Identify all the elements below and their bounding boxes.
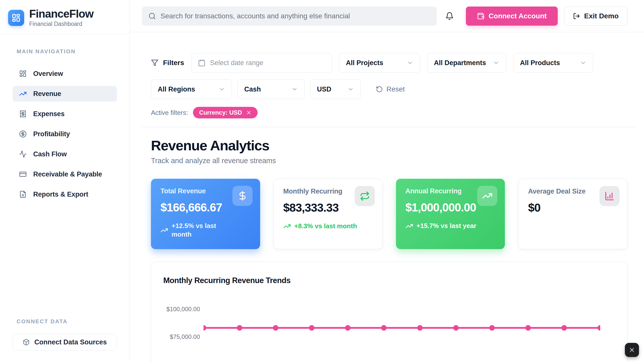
stat-card-total-revenue: Total Revenue $166,666.67 +12.5% vs last… [151, 179, 260, 249]
sidebar-item-profitability[interactable]: Profitability [13, 126, 117, 142]
sidebar-item-label: Overview [33, 70, 63, 78]
trending-up-icon [19, 90, 27, 98]
filters-title-block: Filters [151, 59, 184, 67]
app-logo [8, 10, 24, 26]
sidebar: FinanceFlow Financial Dashboard MAIN NAV… [0, 0, 130, 362]
date-range-input[interactable] [210, 59, 325, 67]
line-data-point[interactable] [561, 325, 567, 331]
page-content: Filters All Projects All Departments [130, 32, 644, 362]
page-title: Revenue Analytics [151, 137, 627, 154]
products-select[interactable]: All Products [513, 53, 593, 73]
global-search [142, 7, 437, 26]
filters-row-2: All Regions Cash USD [151, 79, 627, 99]
notifications-button[interactable] [443, 10, 456, 22]
activity-icon [19, 150, 27, 158]
line-data-point[interactable] [309, 325, 314, 331]
sidebar-item-label: Receivable & Payable [33, 170, 102, 178]
sidebar-item-revenue[interactable]: Revenue [13, 86, 117, 102]
currency-select-value: USD [317, 85, 331, 93]
stat-cards-row: Total Revenue $166,666.67 +12.5% vs last… [151, 179, 627, 249]
reset-label: Reset [386, 85, 405, 93]
connect-account-button[interactable]: Connect Account [466, 7, 558, 26]
line-data-point[interactable] [273, 325, 278, 331]
trending-up-icon [482, 191, 493, 201]
exit-demo-button[interactable]: Exit Demo [564, 7, 627, 26]
connect-data-sources-label: Connect Data Sources [34, 338, 107, 346]
reset-filters-button[interactable]: Reset [376, 85, 405, 93]
line-data-point[interactable] [489, 325, 495, 331]
regions-select-value: All Regions [158, 85, 195, 93]
close-icon[interactable] [246, 110, 252, 115]
app-title: FinanceFlow [29, 8, 93, 20]
main-navigation: MAIN NAVIGATION Overview Revenue Expense… [0, 34, 130, 207]
date-range-field[interactable] [191, 53, 332, 73]
regions-select[interactable]: All Regions [151, 79, 232, 99]
chevron-down-icon [291, 86, 298, 93]
bell-icon [445, 12, 454, 20]
sidebar-item-cash-flow[interactable]: Cash Flow [13, 146, 117, 162]
active-filters-row: Active filters: Currency: USD [151, 107, 627, 118]
currency-select[interactable]: USD [310, 79, 361, 99]
sidebar-item-label: Reports & Export [33, 191, 88, 198]
stat-change-text: +8.3% vs last month [294, 222, 357, 231]
floating-close-button[interactable] [625, 343, 639, 357]
chevron-down-icon [580, 60, 586, 66]
search-input[interactable] [160, 12, 430, 20]
connect-data-sources-button[interactable]: Connect Data Sources [13, 334, 117, 350]
brand-block: FinanceFlow Financial Dashboard [0, 0, 130, 34]
stat-change-text: +12.5% vs last month [172, 222, 236, 239]
projects-select[interactable]: All Projects [339, 53, 420, 73]
search-icon [148, 12, 156, 20]
rotate-ccw-icon [376, 86, 383, 93]
chevron-down-icon [347, 86, 354, 93]
active-filter-chip-currency[interactable]: Currency: USD [193, 107, 258, 118]
repeat-icon [360, 191, 370, 201]
sidebar-item-expenses[interactable]: Expenses [13, 106, 117, 122]
sidebar-item-label: Cash Flow [33, 150, 67, 158]
chevron-down-icon [219, 86, 225, 93]
receipt-icon [19, 110, 27, 118]
stat-change: +15.7% vs last year [406, 222, 496, 230]
app-root: FinanceFlow Financial Dashboard MAIN NAV… [0, 0, 644, 362]
trending-up-icon [160, 227, 168, 234]
line-data-point[interactable] [453, 325, 459, 331]
stat-icon-box [232, 186, 253, 206]
dollar-sign-icon [237, 191, 248, 201]
payment-method-select-value: Cash [244, 85, 261, 93]
stat-change: +12.5% vs last month [160, 222, 251, 239]
mrr-chart: $100,000.00$75,000.00$50,000.00 [163, 296, 615, 362]
main-area: Connect Account Exit Demo Filters [130, 0, 644, 362]
funnel-icon [151, 59, 158, 67]
line-data-point[interactable] [597, 325, 600, 331]
close-icon [629, 347, 635, 353]
line-data-point[interactable] [417, 325, 423, 331]
connect-account-label: Connect Account [489, 12, 547, 20]
mrr-line-plot[interactable] [204, 296, 600, 362]
active-filters-label: Active filters: [151, 109, 188, 117]
nav-section-heading: MAIN NAVIGATION [17, 48, 117, 55]
departments-select-value: All Departments [434, 59, 486, 67]
chart-title: Monthly Recurring Revenue Trends [163, 276, 615, 285]
dashboard-grid-icon [12, 13, 21, 22]
sidebar-item-reports-export[interactable]: Reports & Export [13, 187, 117, 202]
line-data-point[interactable] [525, 325, 531, 331]
stat-change-text: +15.7% vs last year [417, 222, 476, 230]
line-data-point[interactable] [237, 325, 242, 331]
departments-select[interactable]: All Departments [427, 53, 506, 73]
line-data-point[interactable] [345, 325, 350, 331]
stat-card-average-deal-size: Average Deal Size $0 [518, 179, 627, 249]
sidebar-item-receivable-payable[interactable]: Receivable & Payable [13, 166, 117, 182]
top-header: Connect Account Exit Demo [130, 0, 644, 32]
filters-title: Filters [163, 59, 184, 67]
chevron-down-icon [407, 60, 413, 66]
sidebar-item-overview[interactable]: Overview [13, 66, 117, 81]
line-data-point[interactable] [381, 325, 387, 331]
page-subtitle: Track and analyze all revenue streams [151, 157, 627, 165]
products-select-value: All Products [520, 59, 560, 67]
line-data-point[interactable] [204, 325, 206, 331]
stat-change: +8.3% vs last month [283, 222, 373, 231]
chevron-down-icon [493, 60, 499, 66]
credit-card-icon [19, 170, 27, 178]
sidebar-item-label: Revenue [33, 90, 61, 98]
payment-method-select[interactable]: Cash [237, 79, 305, 99]
